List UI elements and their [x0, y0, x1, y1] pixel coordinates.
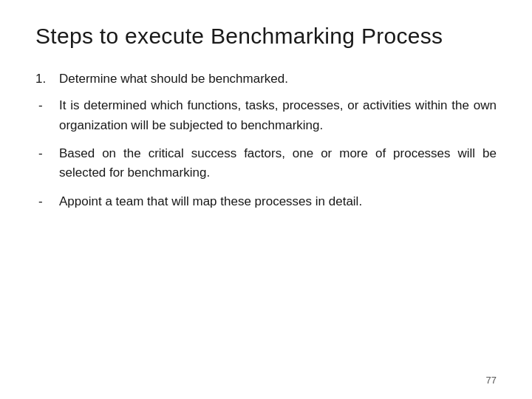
item-text: It is determined which functions, tasks,…	[59, 96, 497, 135]
list-item: - It is determined which functions, task…	[35, 96, 497, 135]
content-area: 1. Determine what should be benchmarked.…	[35, 69, 497, 378]
item-bullet: -	[35, 96, 59, 115]
list-item: 1. Determine what should be benchmarked.	[35, 69, 497, 89]
item-number: 1.	[35, 69, 59, 89]
slide-title: Steps to execute Benchmarking Process	[35, 24, 497, 49]
slide: Steps to execute Benchmarking Process 1.…	[0, 0, 532, 399]
item-text: Appoint a team that will map these proce…	[59, 192, 497, 211]
list-item: - Appoint a team that will map these pro…	[35, 192, 497, 211]
item-text: Based on the critical success factors, o…	[59, 144, 497, 183]
item-bullet: -	[35, 144, 59, 163]
item-text: Determine what should be benchmarked.	[59, 69, 497, 89]
page-number: 77	[486, 375, 497, 386]
item-bullet: -	[35, 192, 59, 211]
list-item: - Based on the critical success factors,…	[35, 144, 497, 183]
